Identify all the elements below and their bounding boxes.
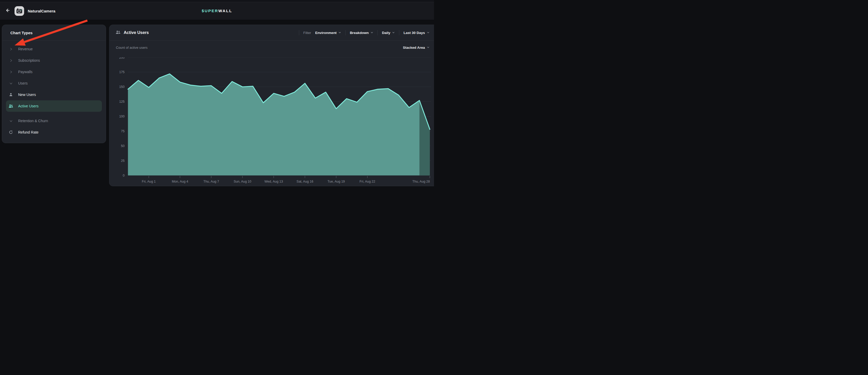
svg-text:Thu, Aug 7: Thu, Aug 7 (204, 180, 219, 183)
sidebar-item-label: Active Users (18, 104, 39, 108)
breakdown-dropdown[interactable]: Breakdown (350, 30, 373, 35)
sidebar-item-active-users[interactable]: Active Users (6, 100, 102, 112)
svg-text:100: 100 (119, 115, 125, 118)
chart-subheader: Count of active users Stacked Area (110, 41, 434, 54)
svg-text:Tue, Aug 19: Tue, Aug 19 (328, 180, 345, 183)
svg-text:50: 50 (121, 144, 125, 148)
divider (345, 30, 346, 35)
svg-text:25: 25 (121, 159, 125, 163)
top-bar: NaturalCamera $UPERWALL (0, 2, 434, 20)
superwall-logo: $UPERWALL (202, 8, 232, 13)
panel-title: Active Users (124, 30, 149, 35)
chevron-right-icon (8, 70, 13, 74)
refresh-icon (8, 130, 13, 134)
sidebar-item-label: Retention & Churn (18, 119, 48, 123)
people-icon (8, 104, 13, 108)
svg-text:75: 75 (121, 129, 125, 133)
svg-text:175: 175 (119, 70, 125, 74)
svg-text:Sun, Aug 10: Sun, Aug 10 (234, 180, 251, 183)
svg-text:200: 200 (119, 57, 125, 59)
sidebar-item-paywalls[interactable]: Paywalls (2, 66, 106, 77)
sidebar-item-label: Paywalls (18, 70, 32, 74)
chart-svg: 0255075100125150175200Fri, Aug 1Mon, Aug… (110, 57, 434, 186)
chevron-down-icon (392, 30, 395, 35)
chevron-down-icon (8, 82, 13, 85)
svg-text:Fri, Aug 22: Fri, Aug 22 (360, 180, 375, 183)
chevron-right-icon (8, 48, 13, 51)
date-range-dropdown[interactable]: Last 30 Days (403, 30, 430, 35)
dropdown-value: Last 30 Days (403, 31, 425, 35)
svg-text:Fri, Aug 1: Fri, Aug 1 (142, 180, 156, 183)
active-users-panel: Active Users Filter Environment Breakdow… (109, 25, 434, 186)
svg-text:150: 150 (119, 85, 125, 89)
sidebar-header: Chart Types (2, 25, 106, 41)
sidebar-item-users[interactable]: Users (2, 77, 106, 89)
sidebar-item-subscriptions[interactable]: Subscriptions (2, 55, 106, 66)
sidebar-item-label: Refund Rate (18, 130, 39, 134)
window-top-strip (0, 0, 434, 2)
divider (399, 30, 399, 35)
logo-prefix: $UPER (202, 8, 218, 13)
chart-subtitle: Count of active users (116, 45, 148, 50)
sidebar-title: Chart Types (10, 31, 33, 35)
chevron-right-icon (8, 59, 13, 62)
svg-text:0: 0 (123, 174, 125, 177)
panel-header: Active Users Filter Environment Breakdow… (110, 25, 434, 41)
sidebar-item-label: Users (18, 81, 28, 85)
sidebar-item-label: New Users (18, 93, 36, 97)
svg-text:Wed, Aug 13: Wed, Aug 13 (265, 180, 283, 183)
back-button[interactable] (4, 7, 11, 14)
sidebar-item-label: Revenue (18, 47, 33, 51)
sidebar-item-refund-rate[interactable]: Refund Rate (2, 127, 106, 138)
dropdown-value: Stacked Area (403, 45, 425, 50)
chevron-down-icon (427, 45, 430, 50)
svg-text:Sat, Aug 16: Sat, Aug 16 (297, 180, 313, 183)
environment-dropdown[interactable]: Environment (315, 30, 341, 35)
person-icon (8, 93, 13, 97)
svg-text:125: 125 (119, 100, 125, 103)
divider (377, 30, 378, 35)
chevron-down-icon (370, 30, 373, 35)
chevron-down-icon (427, 30, 430, 35)
area-chart[interactable]: 0255075100125150175200Fri, Aug 1Mon, Aug… (110, 57, 434, 186)
people-icon (116, 30, 121, 35)
sidebar-item-label: Subscriptions (18, 58, 40, 63)
svg-text:Mon, Aug 4: Mon, Aug 4 (172, 180, 188, 183)
app-name: NaturalCamera (28, 9, 56, 13)
granularity-dropdown[interactable]: Daily (382, 30, 395, 35)
dropdown-value: Environment (315, 31, 337, 35)
divider (299, 30, 299, 35)
sidebar-item-retention-churn[interactable]: Retention & Churn (2, 115, 106, 127)
app-icon-camera (14, 6, 24, 16)
chart-style-dropdown[interactable]: Stacked Area (403, 45, 430, 50)
filter-label: Filter (303, 31, 311, 35)
back-arrow-icon (5, 8, 10, 14)
chevron-down-icon (338, 30, 341, 35)
svg-text:Thu, Aug 28: Thu, Aug 28 (412, 180, 430, 183)
logo-suffix: WALL (218, 8, 232, 13)
sidebar-item-new-users[interactable]: New Users (2, 89, 106, 100)
dropdown-value: Daily (382, 31, 390, 35)
chart-types-sidebar: Chart Types Revenue Subscriptions Paywal… (2, 25, 106, 143)
chevron-down-icon (8, 119, 13, 123)
dropdown-value: Breakdown (350, 31, 369, 35)
sidebar-item-revenue[interactable]: Revenue (2, 43, 106, 55)
